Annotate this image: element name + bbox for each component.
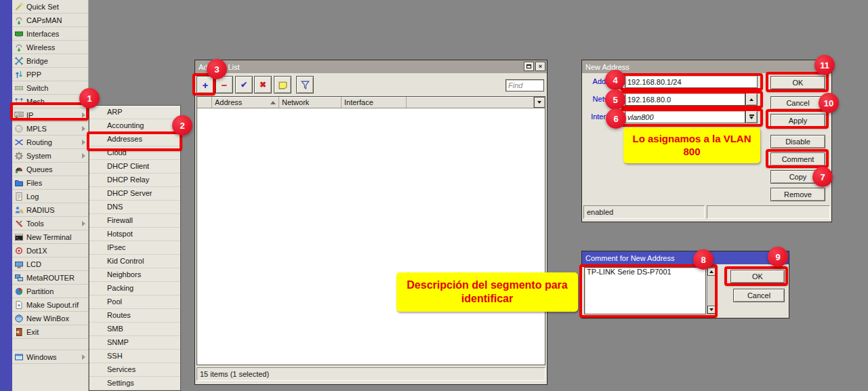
metarouter-icon <box>14 273 24 283</box>
submenu-arrow-icon <box>82 221 85 226</box>
highlight-box-addresses <box>87 131 182 151</box>
sidebar-item-interfaces[interactable]: Interfaces <box>12 27 88 41</box>
cancel-button[interactable]: Cancel <box>770 96 825 110</box>
sidebar-item-bridge[interactable]: Bridge <box>12 54 88 68</box>
switch-icon <box>14 83 24 93</box>
submenu-item-dhcp-client[interactable]: DHCP Client <box>89 160 180 173</box>
step-badge-3: 3 <box>207 59 227 79</box>
sidebar-item-tools[interactable]: Tools <box>12 217 88 230</box>
sidebar-item-exit[interactable]: Exit <box>12 325 88 339</box>
chevron-down-icon <box>537 101 541 104</box>
comment-note-icon[interactable] <box>274 76 291 94</box>
supout-file-icon <box>14 300 24 310</box>
sidebar-item-quick-set[interactable]: Quick Set <box>12 0 88 14</box>
step-badge-8: 8 <box>693 249 714 270</box>
sidebar-item-make-supout[interactable]: Make Supout.rif <box>12 298 88 312</box>
sidebar-item-radius[interactable]: RADIUS <box>12 203 88 217</box>
submenu-item-smb[interactable]: SMB <box>89 323 180 336</box>
sidebar-item-partition[interactable]: Partition <box>12 285 88 298</box>
submenu-item-pool[interactable]: Pool <box>89 295 180 309</box>
sidebar-item-new-winbox[interactable]: New WinBox <box>12 312 88 325</box>
sort-ascending-icon <box>270 101 276 104</box>
close-icon[interactable]: × <box>535 62 545 71</box>
address-list-window: Address List × + − ✔ ✖ Address Network I… <box>194 60 547 385</box>
sidebar-item-switch[interactable]: Switch <box>12 81 88 95</box>
highlight-box-comment-text <box>579 264 718 318</box>
step-badge-11: 11 <box>814 55 835 75</box>
partition-pie-icon <box>14 287 24 296</box>
address-list-empty-area[interactable] <box>197 108 545 376</box>
annotation-note-description: Descripción del segmento para identifica… <box>396 272 578 312</box>
submenu-item-kid-control[interactable]: Kid Control <box>89 255 180 268</box>
mpls-sphere-icon <box>14 124 24 133</box>
maximize-icon[interactable] <box>524 62 534 71</box>
sidebar-item-dot1x[interactable]: Dot1X <box>12 244 88 258</box>
step-badge-5: 5 <box>605 89 625 110</box>
column-header-interface[interactable]: Interface <box>342 97 407 108</box>
sidebar-item-new-terminal[interactable]: >_ New Terminal <box>12 230 88 244</box>
address-list-titlebar[interactable]: Address List <box>195 60 547 73</box>
sidebar-item-routing[interactable]: Routing <box>12 136 88 149</box>
window-title: New Address <box>585 63 629 71</box>
queues-gauge-icon <box>14 165 24 174</box>
submenu-item-hotspot[interactable]: Hotspot <box>89 228 180 241</box>
submenu-item-services[interactable]: Services <box>89 363 180 377</box>
highlight-box-interface-field <box>620 108 763 127</box>
folder-icon <box>14 178 24 188</box>
sidebar-item-log[interactable]: Log <box>12 190 88 203</box>
enable-check-icon[interactable]: ✔ <box>235 76 253 94</box>
column-header-network[interactable]: Network <box>279 97 342 108</box>
submenu-item-ssh[interactable]: SSH <box>89 350 180 363</box>
submenu-arrow-icon <box>82 354 85 360</box>
bridge-icon <box>14 56 24 66</box>
submenu-arrow-icon <box>82 153 85 159</box>
submenu-item-ipsec[interactable]: IPsec <box>89 241 180 255</box>
sidebar-item-ppp[interactable]: PPP <box>12 68 88 81</box>
submenu-item-neighbors[interactable]: Neighbors <box>89 268 180 282</box>
column-header-address[interactable]: Address <box>212 97 279 108</box>
submenu-item-settings[interactable]: Settings <box>89 377 180 390</box>
comment-cancel-button[interactable]: Cancel <box>733 289 785 302</box>
step-badge-2: 2 <box>172 115 192 136</box>
capsman-icon <box>14 16 24 25</box>
filter-funnel-icon[interactable] <box>296 76 314 94</box>
selector-column-header[interactable] <box>197 97 212 108</box>
comment-titlebar[interactable]: Comment for New Address <box>582 251 789 264</box>
column-select-dropdown[interactable] <box>534 97 545 108</box>
main-menu-sidebar: Quick Set CAPsMAN Interfaces Wireless Br… <box>12 0 89 391</box>
sidebar-item-mpls[interactable]: MPLS <box>12 122 88 136</box>
interface-card-icon <box>14 29 24 39</box>
table-header: Address Network Interface <box>197 97 545 108</box>
highlight-box-ip-menu <box>10 102 89 121</box>
highlight-box-comment <box>766 149 829 168</box>
remove-button[interactable]: Remove <box>770 188 825 201</box>
status-cell-blank <box>707 205 830 219</box>
disable-button[interactable]: Disable <box>770 135 825 148</box>
sidebar-item-metarouter[interactable]: MetaROUTER <box>12 271 88 285</box>
sidebar-item-system[interactable]: System <box>12 149 88 163</box>
submenu-item-accounting[interactable]: Accounting <box>89 119 180 133</box>
submenu-item-arp[interactable]: ARP <box>89 106 180 119</box>
sidebar-item-queues[interactable]: Queues <box>12 163 88 176</box>
sidebar-item-windows[interactable]: Windows <box>12 350 88 364</box>
submenu-item-packing[interactable]: Packing <box>89 282 180 295</box>
sidebar-item-capsman[interactable]: CAPsMAN <box>12 14 88 27</box>
winbox-globe-icon <box>14 314 24 323</box>
log-sheet-icon <box>14 192 24 201</box>
disable-x-icon[interactable]: ✖ <box>254 76 272 94</box>
submenu-item-firewall[interactable]: Firewall <box>89 214 180 228</box>
titlebar-controls: × <box>524 62 545 71</box>
find-input[interactable] <box>505 79 544 91</box>
accent-strip <box>0 0 12 391</box>
sidebar-item-lcd[interactable]: LCD <box>12 258 88 271</box>
submenu-item-dhcp-relay[interactable]: DHCP Relay <box>89 173 180 187</box>
address-list-status-bar: 15 items (1 selected) <box>197 367 545 381</box>
submenu-item-dns[interactable]: DNS <box>89 201 180 214</box>
submenu-item-snmp[interactable]: SNMP <box>89 336 180 350</box>
sidebar-item-wireless[interactable]: Wireless <box>12 41 88 54</box>
submenu-arrow-icon <box>82 140 85 145</box>
submenu-item-dhcp-server[interactable]: DHCP Server <box>89 187 180 201</box>
sidebar-item-files[interactable]: Files <box>12 176 88 190</box>
highlight-box-ok <box>766 72 829 92</box>
submenu-item-routes[interactable]: Routes <box>89 309 180 323</box>
